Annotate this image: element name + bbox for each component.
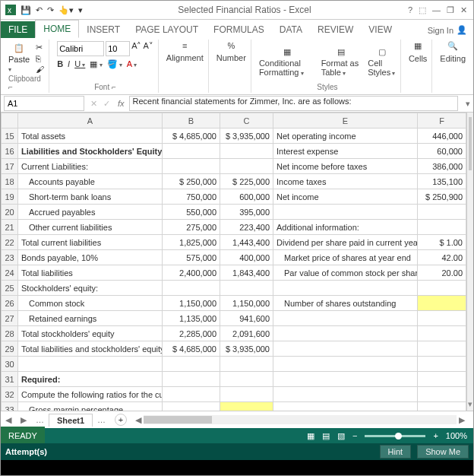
- cell[interactable]: Short-term bank loans: [18, 189, 163, 205]
- cell[interactable]: [163, 144, 220, 159]
- cell[interactable]: [220, 387, 273, 402]
- cell[interactable]: Number of shares outstanding: [273, 296, 418, 311]
- fx-icon[interactable]: fx: [113, 99, 129, 108]
- cell[interactable]: 2,091,600: [220, 326, 273, 341]
- cell[interactable]: $ 250,000: [163, 174, 220, 189]
- zoom-level[interactable]: 100%: [446, 431, 467, 440]
- cell[interactable]: 550,000: [163, 205, 220, 220]
- cell[interactable]: [418, 311, 466, 326]
- bold-button[interactable]: B: [57, 59, 63, 69]
- cell[interactable]: [163, 357, 220, 372]
- cell[interactable]: 575,000: [163, 250, 220, 265]
- row-header[interactable]: 25: [2, 281, 18, 296]
- cell[interactable]: [418, 357, 466, 372]
- tab-file[interactable]: FILE: [1, 21, 35, 38]
- cell[interactable]: [163, 159, 220, 174]
- cell[interactable]: [273, 311, 418, 326]
- row-header[interactable]: 20: [2, 205, 18, 220]
- cell[interactable]: $ 1.00: [418, 235, 466, 250]
- qat-more-icon[interactable]: ▾: [78, 5, 83, 15]
- cell[interactable]: [273, 372, 418, 387]
- cell[interactable]: Dividend per share paid in current year: [273, 235, 418, 250]
- cell[interactable]: [18, 357, 163, 372]
- tab-review[interactable]: REVIEW: [310, 21, 361, 38]
- cell[interactable]: [220, 357, 273, 372]
- cell[interactable]: Stockholders' equity:: [18, 281, 163, 296]
- alignment-icon[interactable]: ≡: [182, 41, 187, 50]
- tab-data[interactable]: DATA: [272, 21, 310, 38]
- row-header[interactable]: 33: [2, 402, 18, 411]
- cell[interactable]: Compute the following ratios for the cur…: [18, 387, 163, 402]
- border-button[interactable]: ▦: [90, 59, 102, 69]
- row-header[interactable]: 22: [2, 235, 18, 250]
- cell[interactable]: [273, 281, 418, 296]
- touch-icon[interactable]: 👆▾: [58, 5, 74, 15]
- tab-home[interactable]: HOME: [35, 20, 79, 38]
- format-as-table-icon[interactable]: ▤: [337, 47, 345, 57]
- cell[interactable]: Total liabilities and stockholders' equi…: [18, 341, 163, 357]
- cell[interactable]: Market price of shares at year end: [273, 250, 418, 265]
- row-header[interactable]: 29: [2, 341, 18, 357]
- cell[interactable]: [163, 372, 220, 387]
- row-header[interactable]: 18: [2, 174, 18, 189]
- underline-button[interactable]: U: [74, 59, 85, 69]
- help-icon[interactable]: ?: [408, 5, 412, 14]
- cell[interactable]: 386,000: [418, 159, 466, 174]
- formula-bar[interactable]: Recent financial statements for Zimmer, …: [129, 96, 458, 111]
- cell[interactable]: 60,000: [418, 144, 466, 159]
- cell[interactable]: [418, 220, 466, 235]
- cell[interactable]: Other current liabilities: [18, 220, 163, 235]
- cell[interactable]: [418, 205, 466, 220]
- cell[interactable]: Total assets: [18, 129, 163, 144]
- paste-icon[interactable]: 📋: [14, 43, 24, 53]
- minimize-icon[interactable]: —: [432, 5, 441, 14]
- shrink-font-icon[interactable]: A˅: [143, 41, 153, 56]
- col-header[interactable]: A: [18, 113, 163, 129]
- cell[interactable]: Current Liabilities:: [18, 159, 163, 174]
- save-icon[interactable]: 💾: [21, 5, 31, 15]
- font-name-input[interactable]: [57, 41, 104, 56]
- redo-icon[interactable]: ↷: [47, 5, 54, 15]
- cell[interactable]: Income taxes: [273, 174, 418, 189]
- sheet-nav-prev[interactable]: ◀: [1, 415, 16, 425]
- close-icon[interactable]: ✕: [460, 5, 467, 15]
- cell[interactable]: Total stockholders' equity: [18, 326, 163, 341]
- cell[interactable]: $ 4,685,000: [163, 129, 220, 144]
- expand-formula-icon[interactable]: ▾: [463, 99, 473, 109]
- col-header[interactable]: B: [163, 113, 220, 129]
- zoom-slider[interactable]: [365, 435, 425, 437]
- sheet-nav-next[interactable]: ▶: [16, 415, 31, 425]
- row-header[interactable]: 19: [2, 189, 18, 205]
- col-header[interactable]: F: [418, 113, 466, 129]
- cell[interactable]: [163, 402, 220, 411]
- hint-button[interactable]: Hint: [380, 445, 412, 459]
- show-me-button[interactable]: Show Me: [417, 445, 469, 459]
- cell[interactable]: 1,825,000: [163, 235, 220, 250]
- tab-view[interactable]: VIEW: [361, 21, 400, 38]
- format-painter-icon[interactable]: 🖌: [36, 65, 44, 74]
- number-format-icon[interactable]: %: [227, 41, 235, 50]
- maximize-icon[interactable]: ❐: [447, 5, 454, 15]
- hscroll-left[interactable]: ◀: [133, 415, 144, 425]
- sheet-tab[interactable]: Sheet1: [49, 414, 93, 427]
- cut-icon[interactable]: ✂: [36, 43, 44, 52]
- col-header[interactable]: C: [220, 113, 273, 129]
- cell[interactable]: 2,285,000: [163, 326, 220, 341]
- cell[interactable]: Additional information:: [273, 220, 418, 235]
- row-header[interactable]: 28: [2, 326, 18, 341]
- cell[interactable]: 941,600: [220, 311, 273, 326]
- cell[interactable]: 275,000: [163, 220, 220, 235]
- undo-icon[interactable]: ↶: [36, 5, 43, 15]
- cell[interactable]: [273, 326, 418, 341]
- cell[interactable]: Net income: [273, 189, 418, 205]
- view-normal-icon[interactable]: ▦: [307, 431, 314, 441]
- cell[interactable]: 2,400,000: [163, 265, 220, 281]
- cell[interactable]: Total current liabilities: [18, 235, 163, 250]
- cell[interactable]: 223,400: [220, 220, 273, 235]
- cell[interactable]: $ 225,000: [220, 174, 273, 189]
- row-header[interactable]: 26: [2, 296, 18, 311]
- row-header[interactable]: 30: [2, 357, 18, 372]
- accept-formula-icon[interactable]: ✓: [100, 99, 113, 109]
- cell[interactable]: 1,150,000: [163, 296, 220, 311]
- tab-insert[interactable]: INSERT: [79, 21, 128, 38]
